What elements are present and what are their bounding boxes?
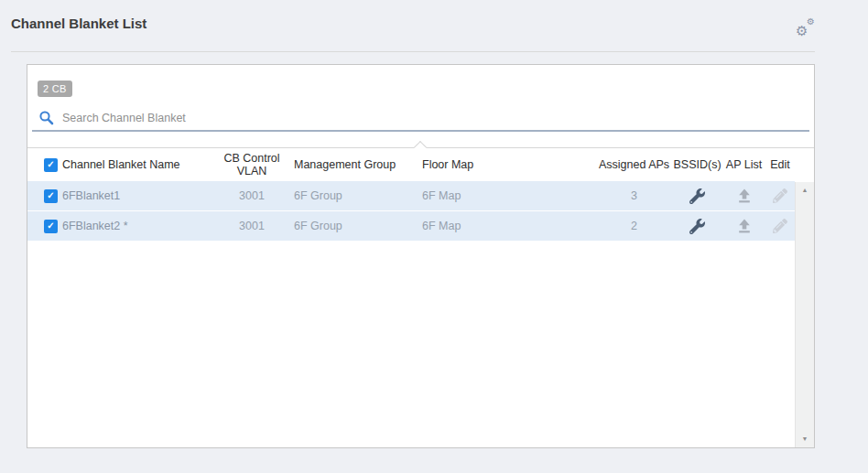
gear-icon: ⚙	[807, 17, 815, 27]
scroll-up-icon[interactable]: ▲	[796, 186, 814, 195]
row-checkbox[interactable]: ✓	[44, 189, 58, 203]
col-bssids: BSSID(s)	[672, 158, 722, 171]
check-icon: ✓	[47, 221, 54, 231]
upload-icon	[737, 188, 752, 203]
edit-pencil-icon	[773, 219, 787, 233]
ap-list-upload-button[interactable]	[722, 188, 765, 203]
cell-floor-map: 6F Map	[422, 220, 596, 232]
channel-blanket-table: ✓ Channel Blanket Name CB Control VLAN M…	[27, 147, 814, 447]
channel-blanket-card: 2 CB ✓ Channel Blanket Name CB Control V…	[27, 64, 815, 448]
count-badge: 2 CB	[38, 81, 72, 97]
select-all-checkbox[interactable]: ✓	[44, 158, 58, 172]
col-channel-blanket-name: Channel Blanket Name	[62, 158, 210, 171]
upload-icon	[737, 219, 752, 233]
search-bar	[32, 105, 809, 132]
wrench-icon	[689, 219, 705, 234]
settings-gears-icon[interactable]: ⚙ ⚙	[796, 16, 818, 38]
page: Channel Blanket List ⚙ ⚙ 2 CB ✓ Channel …	[0, 0, 868, 473]
cell-floor-map: 6F Map	[422, 189, 596, 202]
page-title: Channel Blanket List	[11, 16, 146, 31]
cell-management-group: 6F Group	[294, 220, 422, 232]
edit-button[interactable]	[765, 219, 795, 233]
cell-cb-control-vlan: 3001	[210, 189, 294, 202]
cell-assigned-aps: 3	[596, 189, 672, 202]
col-edit: Edit	[765, 158, 795, 171]
bssid-wrench-button[interactable]	[672, 188, 722, 204]
table-row[interactable]: ✓ 6FBlanket2 * 3001 6F Group 6F Map 2	[27, 211, 795, 241]
table-body: ✓ 6FBlanket1 3001 6F Group 6F Map 3	[27, 181, 795, 241]
row-checkbox[interactable]: ✓	[44, 220, 58, 233]
vertical-scrollbar[interactable]: ▲ ▼	[795, 182, 814, 447]
check-icon: ✓	[47, 191, 54, 200]
cell-management-group: 6F Group	[294, 189, 422, 202]
col-floor-map: Floor Map	[422, 158, 596, 171]
header-divider	[11, 51, 815, 52]
scroll-down-icon[interactable]: ▼	[796, 435, 814, 444]
ap-list-upload-button[interactable]	[722, 219, 765, 233]
table-header: ✓ Channel Blanket Name CB Control VLAN M…	[27, 148, 795, 181]
check-icon: ✓	[47, 160, 54, 169]
search-input[interactable]	[54, 109, 809, 127]
edit-button[interactable]	[765, 188, 795, 203]
cell-channel-blanket-name: 6FBlanket2 *	[62, 220, 210, 232]
edit-pencil-icon	[773, 188, 787, 203]
bssid-wrench-button[interactable]	[672, 219, 722, 234]
col-assigned-aps: Assigned APs	[596, 158, 672, 171]
col-cb-control-vlan: CB Control VLAN	[210, 152, 294, 177]
table-row[interactable]: ✓ 6FBlanket1 3001 6F Group 6F Map 3	[27, 181, 795, 210]
cell-cb-control-vlan: 3001	[210, 220, 294, 232]
search-icon	[38, 110, 54, 125]
cell-channel-blanket-name: 6FBlanket1	[62, 189, 210, 202]
col-management-group: Management Group	[294, 158, 422, 171]
col-ap-list: AP List	[722, 158, 765, 171]
cell-assigned-aps: 2	[596, 220, 672, 232]
wrench-icon	[689, 188, 705, 204]
